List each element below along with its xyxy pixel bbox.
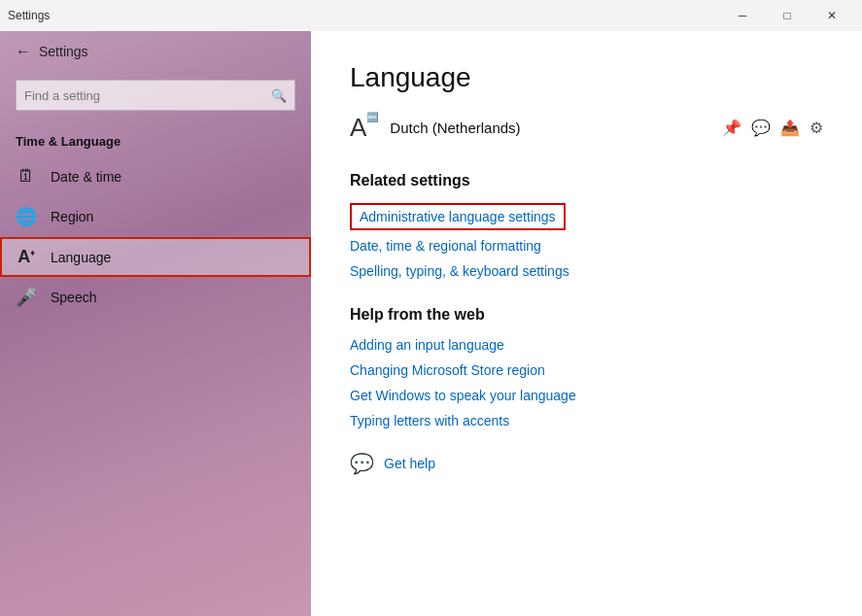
search-icon: 🔍 (271, 88, 287, 103)
sidebar-item-language[interactable]: A♦ Language (0, 237, 311, 277)
app-body: ← Settings 🔍 Time & Language 🗓 Date & ti… (0, 31, 862, 616)
upload-icon[interactable]: 📤 (780, 119, 800, 137)
maximize-button[interactable]: □ (765, 0, 810, 31)
microphone-icon: 🎤 (16, 287, 37, 308)
close-button[interactable]: ✕ (810, 0, 854, 31)
typing-accents-link[interactable]: Typing letters with accents (350, 413, 823, 428)
chat-icon[interactable]: 💬 (751, 119, 771, 137)
window-controls: ─ □ ✕ (720, 0, 854, 31)
language-display: A🔤 Dutch (Netherlands) 📌 💬 📤 ⚙ (350, 113, 823, 143)
main-panel: Language A🔤 Dutch (Netherlands) 📌 💬 📤 ⚙ … (311, 31, 862, 616)
minimize-button[interactable]: ─ (720, 0, 765, 31)
admin-link-box: Administrative language settings (350, 203, 566, 230)
pin-icon[interactable]: 📌 (722, 119, 741, 137)
sidebar-app-title: Settings (39, 44, 88, 59)
search-box[interactable]: 🔍 (16, 80, 295, 111)
sidebar-item-label: Language (51, 250, 111, 265)
related-settings-heading: Related settings (350, 172, 823, 189)
language-action-icons: 📌 💬 📤 ⚙ (722, 119, 823, 137)
help-web-section: Help from the web Adding an input langua… (350, 306, 823, 428)
sidebar-item-label: Speech (51, 290, 96, 305)
admin-language-link[interactable]: Administrative language settings (360, 209, 556, 224)
options-icon[interactable]: ⚙ (810, 119, 823, 137)
add-input-link[interactable]: Adding an input language (350, 337, 823, 353)
language-icon: A♦ (16, 247, 37, 267)
app-title: Settings (8, 9, 50, 22)
ms-store-link[interactable]: Changing Microsoft Store region (350, 362, 823, 378)
language-font-icon: A🔤 (350, 113, 378, 143)
globe-icon: 🌐 (16, 206, 37, 227)
language-name: Dutch (Netherlands) (390, 120, 520, 136)
sidebar-item-speech[interactable]: 🎤 Speech (0, 277, 311, 318)
sidebar: ← Settings 🔍 Time & Language 🗓 Date & ti… (0, 31, 311, 616)
help-web-heading: Help from the web (350, 306, 823, 324)
back-arrow-icon: ← (16, 43, 31, 60)
datetime-regional-link[interactable]: Date, time & regional formatting (350, 238, 823, 254)
language-display-left: A🔤 Dutch (Netherlands) (350, 113, 521, 143)
back-button[interactable]: ← Settings (0, 31, 311, 72)
search-input[interactable] (24, 88, 271, 103)
calendar-icon: 🗓 (16, 166, 37, 187)
help-icon: 💬 (350, 452, 374, 475)
sidebar-item-date-time[interactable]: 🗓 Date & time (0, 156, 311, 196)
page-title: Language (350, 62, 823, 93)
related-settings-section: Related settings Administrative language… (350, 172, 823, 279)
spelling-typing-link[interactable]: Spelling, typing, & keyboard settings (350, 263, 823, 279)
sidebar-item-region[interactable]: 🌐 Region (0, 196, 311, 237)
sidebar-section-title: Time & Language (0, 119, 311, 156)
get-help-link[interactable]: 💬 Get help (350, 452, 823, 475)
sidebar-item-label: Region (51, 209, 93, 224)
title-bar: Settings ─ □ ✕ (0, 0, 862, 31)
get-help-label: Get help (384, 456, 435, 471)
speak-language-link[interactable]: Get Windows to speak your language (350, 388, 823, 403)
sidebar-item-label: Date & time (51, 169, 121, 185)
